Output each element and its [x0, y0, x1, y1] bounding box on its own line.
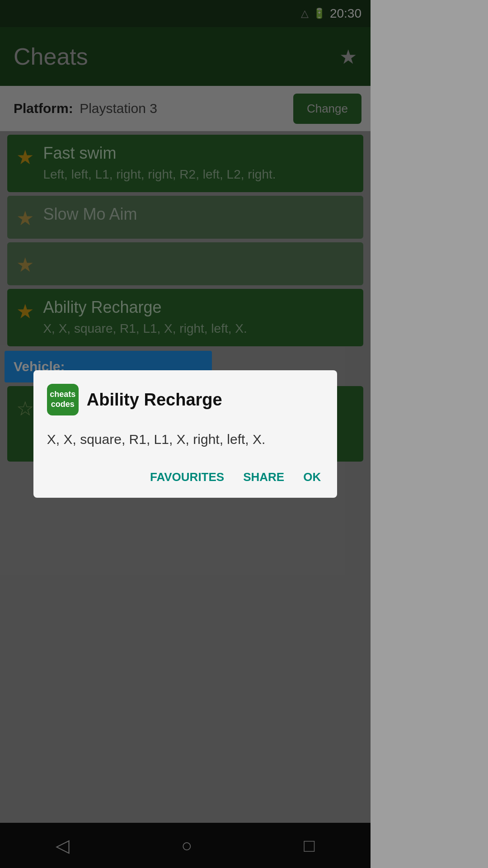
- ok-button[interactable]: OK: [300, 466, 324, 489]
- ability-recharge-modal: cheats codes Ability Recharge X, X, squa…: [33, 370, 337, 498]
- app-icon: cheats codes: [47, 384, 79, 415]
- share-button[interactable]: SHARE: [240, 466, 287, 489]
- modal-actions: FAVOURITES SHARE OK: [47, 466, 324, 489]
- modal-body: X, X, square, R1, L1, X, right, left, X.: [47, 429, 324, 449]
- favourites-button[interactable]: FAVOURITES: [147, 466, 227, 489]
- modal-title: Ability Recharge: [87, 390, 222, 410]
- app-icon-text: cheats codes: [47, 390, 79, 409]
- modal-overlay: cheats codes Ability Recharge X, X, squa…: [0, 0, 371, 868]
- modal-header: cheats codes Ability Recharge: [47, 384, 324, 415]
